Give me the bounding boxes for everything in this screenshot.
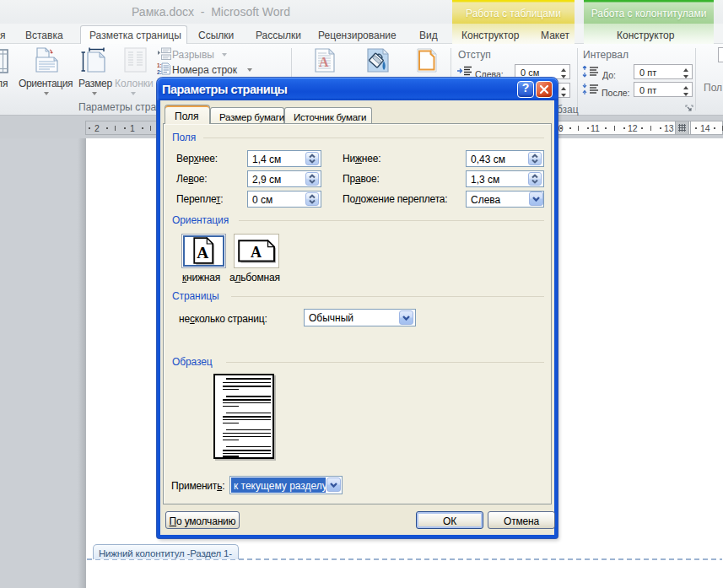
svg-text:1:: 1: xyxy=(157,62,162,68)
svg-text:A: A xyxy=(319,55,329,69)
svg-text:2:: 2: xyxy=(157,69,162,75)
svg-text:A: A xyxy=(197,244,208,262)
svg-text:A: A xyxy=(251,244,262,261)
